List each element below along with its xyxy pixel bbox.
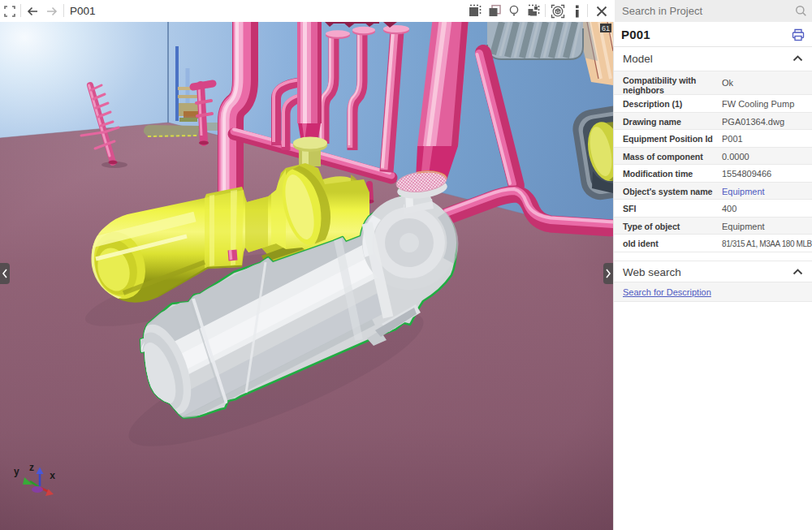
- svg-text:x: x: [50, 471, 55, 482]
- svg-text:61: 61: [602, 24, 610, 32]
- svg-text:z: z: [29, 462, 34, 473]
- svg-text:y: y: [14, 466, 19, 477]
